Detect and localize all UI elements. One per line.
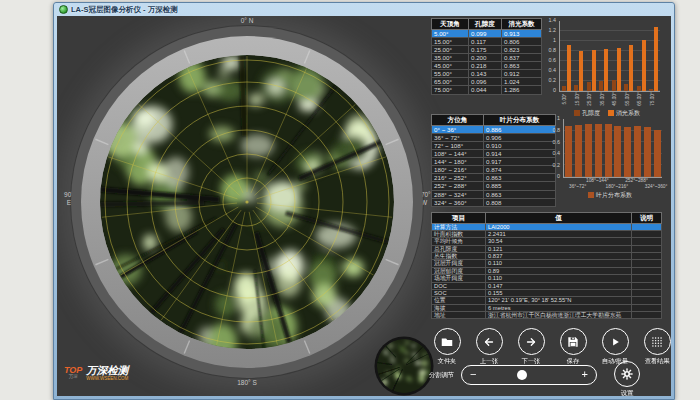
table-cell: 0.218	[469, 62, 502, 70]
chart-bar	[612, 80, 616, 91]
table-cell: 地址	[432, 312, 486, 319]
table-row[interactable]: 海拔6 metres	[432, 304, 662, 311]
x-axis-tick-label: 45.00°	[613, 92, 618, 106]
table-cell: 0° ~ 36°	[432, 125, 484, 133]
table-row[interactable]: 总孔隙度0.121	[432, 245, 662, 252]
table-cell	[632, 245, 662, 252]
table-row[interactable]: 25.00°0.1750.823	[432, 45, 542, 53]
slider-knob[interactable]	[517, 370, 527, 380]
table-row[interactable]: 324° ~ 360°0.808	[432, 198, 556, 206]
chart-bar	[617, 48, 621, 91]
gear-icon	[620, 367, 634, 381]
save-button[interactable]: 保存	[552, 328, 594, 366]
table-row[interactable]: 位置120° 21' 0.19"E, 30° 18' 52.55"N	[432, 297, 662, 304]
table-row[interactable]: 216° ~ 252°0.863	[432, 174, 556, 182]
table-row[interactable]: 地址浙江省杭州市江干区白杨街道浙江理工大学勘察东苑	[432, 312, 662, 319]
table-cell: 0.863	[484, 190, 556, 198]
folder-button[interactable]: 文件夹	[426, 328, 468, 366]
table-row[interactable]: 55.00°0.1430.912	[432, 70, 542, 78]
table-cell: 0.200	[469, 53, 502, 61]
toolbar-button-label: 保存	[552, 357, 594, 366]
table-cell: 30.54	[486, 238, 632, 245]
table-row[interactable]: 15.00°0.1170.806	[432, 37, 542, 45]
x-axis-tick-label: 35.00°	[600, 92, 605, 106]
table-row[interactable]: 平均叶倾角30.54	[432, 238, 662, 245]
column-header: 项目	[432, 213, 486, 224]
canopy-fisheye-image[interactable]	[70, 25, 424, 379]
x-axis-tick-label: 324°~360°	[645, 185, 668, 190]
table-row[interactable]: 180° ~ 216°0.874	[432, 166, 556, 174]
table-cell: 0.110	[486, 260, 632, 267]
table-cell: 0.143	[469, 70, 502, 78]
brand-url: WWW.WSEEN.COM	[86, 377, 128, 382]
compass-north-label: 0° N	[167, 17, 327, 25]
table-row[interactable]: SOC0.155	[432, 289, 662, 296]
table-row[interactable]: 计算方法LAI2000	[432, 223, 662, 230]
table-row[interactable]: 叶面积指数2.2431	[432, 230, 662, 237]
thumbnail-image[interactable]	[374, 336, 434, 396]
save-icon	[566, 335, 580, 349]
table-row[interactable]: 288° ~ 324°0.863	[432, 190, 556, 198]
table-cell: 72° ~ 108°	[432, 141, 484, 149]
table-cell	[632, 275, 662, 282]
y-axis-tick-label: 1.4	[545, 18, 556, 23]
chart-bar	[654, 27, 658, 91]
chart-bar	[605, 124, 612, 177]
chart-bar	[604, 49, 608, 91]
table-row[interactable]: 36° ~ 72°0.906	[432, 133, 556, 141]
legend-swatch	[588, 192, 594, 198]
slider-plus[interactable]: +	[582, 369, 588, 380]
play-button[interactable]: 自动/批量	[594, 328, 636, 366]
leaf-distribution-chart: 00.20.40.60.8136°~72°108°~144°180°~216°2…	[551, 116, 669, 210]
table-row[interactable]: 5.00°0.0990.913	[432, 29, 542, 37]
table-cell	[632, 312, 662, 319]
table-cell: 6 metres	[486, 304, 632, 311]
table-cell: 288° ~ 324°	[432, 190, 484, 198]
table-cell: 216° ~ 252°	[432, 174, 484, 182]
table-row[interactable]: 65.00°0.0961.024	[432, 78, 542, 86]
table-cell: 65.00°	[432, 78, 469, 86]
table-row[interactable]: 72° ~ 108°0.910	[432, 141, 556, 149]
split-adjust-slider[interactable]: − +	[461, 365, 597, 385]
table-row[interactable]: DOC0.147	[432, 282, 662, 289]
table-cell: 0.837	[502, 53, 542, 61]
chart-bar	[649, 89, 653, 91]
arrow-right-button[interactable]: 下一张	[510, 328, 552, 366]
table-row[interactable]: 场地开阔度0.110	[432, 275, 662, 282]
table-cell: 计算方法	[432, 223, 486, 230]
table-row[interactable]: 252° ~ 288°0.885	[432, 182, 556, 190]
chart-bar	[654, 130, 661, 177]
table-cell: 5.00°	[432, 29, 469, 37]
table-row[interactable]: 35.00°0.2000.837	[432, 53, 542, 61]
table-row[interactable]: 144° ~ 180°0.917	[432, 158, 556, 166]
table-cell	[632, 267, 662, 274]
chart-bar	[575, 125, 582, 178]
grid-icon	[650, 335, 664, 349]
table-cell: 0.914	[484, 149, 556, 157]
slider-minus[interactable]: −	[470, 369, 476, 380]
table-row[interactable]: 丛生指数0.837	[432, 253, 662, 260]
table-cell: 0.117	[469, 37, 502, 45]
table-row[interactable]: 0° ~ 36°0.886	[432, 125, 556, 133]
title-bar[interactable]: LA-S冠层图像分析仪 - 万深检测	[54, 3, 674, 16]
chart-bar	[642, 40, 646, 91]
azimuth-table: 方位角叶片分布系数0° ~ 36°0.88636° ~ 72°0.90672° …	[431, 114, 555, 207]
arrow-left-button[interactable]: 上一张	[468, 328, 510, 366]
x-axis-tick-label: 55.00°	[625, 92, 630, 106]
table-row[interactable]: 冠层开阔度0.110	[432, 260, 662, 267]
table-cell: 0.885	[484, 182, 556, 190]
chart-bar	[624, 84, 628, 91]
column-header: 消光系数	[502, 19, 542, 30]
toolbar-button-label: 自动/批量	[594, 357, 636, 366]
grid-button[interactable]: 查看结果	[636, 328, 671, 366]
table-cell: 0.155	[486, 289, 632, 296]
table-row[interactable]: 45.00°0.2180.863	[432, 62, 542, 70]
table-row[interactable]: 108° ~ 144°0.914	[432, 149, 556, 157]
chart-plot-area	[563, 119, 662, 178]
table-row[interactable]: 冠层郁闭度0.89	[432, 267, 662, 274]
settings-button[interactable]: 设置	[606, 361, 648, 396]
table-cell: 场地开阔度	[432, 275, 486, 282]
y-axis-tick-label: 0.2	[551, 163, 560, 168]
table-row[interactable]: 75.00°0.0441.286	[432, 86, 542, 94]
chart-bar	[585, 124, 592, 177]
